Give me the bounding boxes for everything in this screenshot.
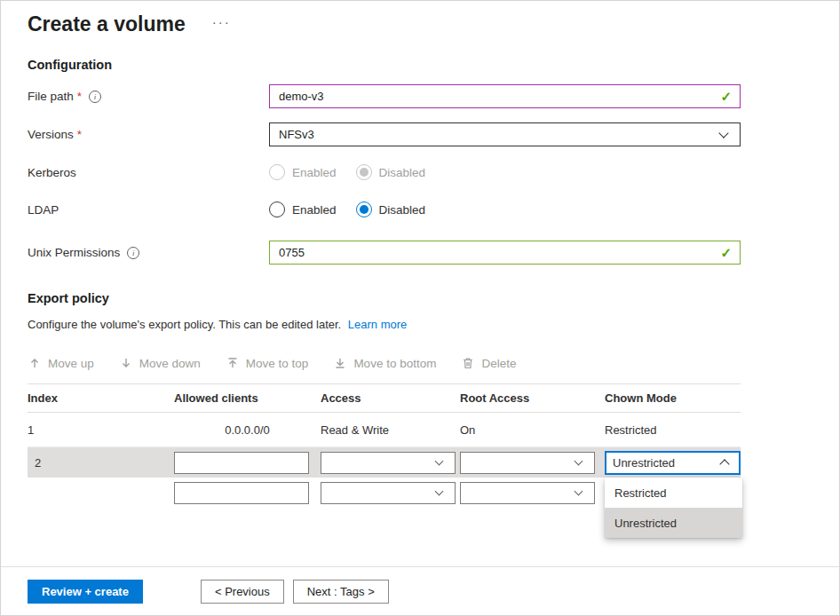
unix-permissions-row: Unix Permissions i ✓ <box>1 241 839 265</box>
validation-check-icon: ✓ <box>720 245 732 261</box>
column-header-chown-mode: Chown Mode <box>605 391 741 405</box>
chown-option-unrestricted[interactable]: Unrestricted <box>605 508 742 538</box>
table-row-editing[interactable]: 2 Unrestricted <box>28 447 741 478</box>
chevron-up-icon <box>719 459 729 469</box>
file-path-label-text: File path <box>28 90 74 103</box>
learn-more-link[interactable]: Learn more <box>348 318 407 331</box>
arrow-to-bottom-icon <box>333 356 347 370</box>
export-policy-heading: Export policy <box>28 291 839 305</box>
cell-root-access: On <box>460 423 605 437</box>
chevron-down-icon <box>575 457 583 466</box>
access-dropdown[interactable] <box>321 482 456 504</box>
file-path-input[interactable] <box>270 85 720 107</box>
column-header-root-access: Root Access <box>460 391 605 405</box>
export-policy-table: Index Allowed clients Access Root Access… <box>28 383 741 508</box>
versions-dropdown[interactable]: NFSv3 <box>269 122 741 146</box>
versions-label-text: Versions <box>28 128 74 141</box>
arrow-to-top-icon <box>226 356 240 370</box>
kerberos-disabled-radio: Disabled <box>356 164 426 180</box>
unix-permissions-label-text: Unix Permissions <box>28 246 120 259</box>
table-header-row: Index Allowed clients Access Root Access… <box>28 383 741 413</box>
chown-mode-flyout: Restricted Unrestricted <box>605 478 742 538</box>
trash-icon <box>461 356 475 370</box>
versions-label: Versions * <box>28 128 269 141</box>
chown-mode-selected-value: Unrestricted <box>606 456 675 470</box>
radio-circle-icon <box>356 164 372 180</box>
cell-index: 1 <box>28 423 174 437</box>
cell-access: Read & Write <box>321 423 460 437</box>
ldap-label-text: LDAP <box>28 203 59 217</box>
allowed-clients-input-box <box>174 452 309 474</box>
move-down-label: Move down <box>139 357 201 370</box>
export-policy-toolbar: Move up Move down Move to top Move to bo… <box>28 356 839 370</box>
ldap-enabled-radio[interactable]: Enabled <box>269 201 337 217</box>
ldap-row: LDAP Enabled Disabled <box>1 201 839 217</box>
more-options-icon[interactable]: ··· <box>212 14 231 29</box>
chown-mode-dropdown[interactable]: Unrestricted <box>605 451 741 475</box>
move-up-button[interactable]: Move up <box>28 356 94 370</box>
export-policy-description-text: Configure the volume's export policy. Th… <box>28 318 341 331</box>
delete-label: Delete <box>481 357 516 370</box>
create-volume-blade: Create a volume ··· Configuration File p… <box>0 0 840 616</box>
cell-chown-mode: Restricted <box>605 423 741 437</box>
ldap-label: LDAP <box>28 203 269 217</box>
kerberos-enabled-label: Enabled <box>292 166 337 179</box>
unix-permissions-input-box: ✓ <box>269 241 741 265</box>
ldap-radio-group: Enabled Disabled <box>269 201 425 217</box>
column-header-allowed-clients: Allowed clients <box>174 391 321 405</box>
chown-option-restricted[interactable]: Restricted <box>605 478 742 508</box>
ldap-disabled-radio[interactable]: Disabled <box>356 201 426 217</box>
move-down-button[interactable]: Move down <box>119 356 201 370</box>
access-dropdown[interactable] <box>321 452 456 474</box>
radio-circle-icon <box>269 164 285 180</box>
cell-index: 2 <box>28 456 174 470</box>
export-policy-description: Configure the volume's export policy. Th… <box>28 318 839 331</box>
kerberos-disabled-label: Disabled <box>379 166 426 179</box>
root-access-dropdown[interactable] <box>460 482 595 504</box>
file-path-input-box: ✓ <box>269 84 741 108</box>
cell-allowed-clients: 0.0.0.0/0 <box>174 423 321 437</box>
kerberos-row: Kerberos Enabled Disabled <box>1 164 839 180</box>
kerberos-enabled-radio: Enabled <box>269 164 337 180</box>
move-to-bottom-button[interactable]: Move to bottom <box>333 356 436 370</box>
info-icon[interactable]: i <box>127 247 139 259</box>
column-header-index: Index <box>28 391 174 405</box>
allowed-clients-input[interactable] <box>175 483 308 503</box>
chevron-down-icon <box>575 487 583 496</box>
delete-button[interactable]: Delete <box>461 356 516 370</box>
allowed-clients-input-box <box>174 482 309 504</box>
arrow-down-icon <box>119 356 133 370</box>
previous-button[interactable]: < Previous <box>201 580 284 604</box>
radio-circle-icon <box>356 201 372 217</box>
required-asterisk: * <box>77 128 82 141</box>
review-create-button[interactable]: Review + create <box>28 580 143 604</box>
move-to-bottom-label: Move to bottom <box>353 357 436 370</box>
kerberos-radio-group: Enabled Disabled <box>269 164 425 180</box>
radio-circle-icon <box>269 201 285 217</box>
page-title: Create a volume <box>28 10 186 38</box>
required-asterisk: * <box>77 90 82 103</box>
unix-permissions-label: Unix Permissions i <box>28 246 269 259</box>
chevron-down-icon <box>718 128 728 138</box>
move-up-label: Move up <box>48 357 94 370</box>
info-icon[interactable]: i <box>89 91 101 103</box>
kerberos-label-text: Kerberos <box>28 166 76 179</box>
kerberos-label: Kerberos <box>28 166 269 179</box>
chevron-down-icon <box>435 457 444 466</box>
table-row[interactable]: 1 0.0.0.0/0 Read & Write On Restricted <box>28 413 741 447</box>
ldap-enabled-label: Enabled <box>292 203 337 217</box>
allowed-clients-input[interactable] <box>175 453 308 473</box>
move-to-top-button[interactable]: Move to top <box>226 356 309 370</box>
arrow-up-icon <box>28 356 42 370</box>
validation-check-icon: ✓ <box>720 89 732 105</box>
move-to-top-label: Move to top <box>246 357 309 370</box>
blade-header: Create a volume ··· <box>1 1 839 38</box>
root-access-dropdown[interactable] <box>460 452 595 474</box>
next-tags-button[interactable]: Next : Tags > <box>293 580 389 604</box>
unix-permissions-input[interactable] <box>270 241 720 264</box>
ldap-disabled-label: Disabled <box>379 203 426 217</box>
versions-row: Versions * NFSv3 <box>1 122 839 146</box>
footer-bar: Review + create < Previous Next : Tags > <box>1 566 839 615</box>
file-path-row: File path * i ✓ <box>1 84 839 108</box>
file-path-label: File path * i <box>28 90 269 103</box>
